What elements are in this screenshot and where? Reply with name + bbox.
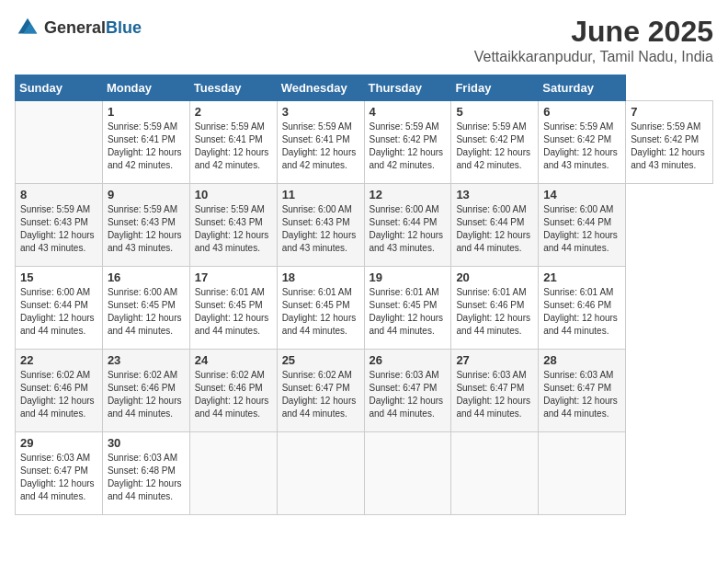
daylight-text: Daylight: 12 hours and 44 minutes. [20, 313, 95, 336]
day-number: 29 [20, 436, 97, 450]
sunset-text: Sunset: 6:46 PM [108, 383, 176, 393]
week-row-3: 15Sunrise: 6:00 AMSunset: 6:44 PMDayligh… [16, 267, 713, 350]
calendar-cell: 11Sunrise: 6:00 AMSunset: 6:43 PMDayligh… [277, 184, 364, 267]
calendar-cell: 16Sunrise: 6:00 AMSunset: 6:45 PMDayligh… [102, 267, 189, 350]
day-info: Sunrise: 5:59 AMSunset: 6:42 PMDaylight:… [456, 121, 533, 172]
sunset-text: Sunset: 6:43 PM [282, 217, 350, 227]
daylight-text: Daylight: 12 hours and 43 minutes. [195, 230, 269, 253]
sunrise-text: Sunrise: 5:59 AM [370, 121, 439, 132]
sunset-text: Sunset: 6:47 PM [20, 465, 88, 476]
daylight-text: Daylight: 12 hours and 44 minutes. [20, 396, 95, 419]
sunset-text: Sunset: 6:44 PM [543, 217, 611, 227]
daylight-text: Daylight: 12 hours and 42 minutes. [195, 147, 269, 170]
column-header-thursday: Thursday [364, 75, 451, 101]
calendar-cell: 18Sunrise: 6:01 AMSunset: 6:45 PMDayligh… [277, 267, 364, 350]
sunset-text: Sunset: 6:45 PM [195, 300, 263, 310]
calendar-cell: 22Sunrise: 6:02 AMSunset: 6:46 PMDayligh… [16, 350, 103, 432]
sunrise-text: Sunrise: 6:03 AM [370, 370, 439, 380]
calendar-cell: 12Sunrise: 6:00 AMSunset: 6:44 PMDayligh… [364, 184, 451, 267]
sunset-text: Sunset: 6:41 PM [108, 134, 176, 144]
day-info: Sunrise: 6:01 AMSunset: 6:45 PMDaylight:… [282, 286, 359, 338]
day-info: Sunrise: 6:01 AMSunset: 6:46 PMDaylight:… [543, 286, 620, 338]
day-info: Sunrise: 6:03 AMSunset: 6:47 PMDaylight:… [20, 452, 97, 503]
calendar-cell: 24Sunrise: 6:02 AMSunset: 6:46 PMDayligh… [189, 350, 277, 432]
day-number: 28 [543, 353, 620, 367]
sunset-text: Sunset: 6:44 PM [456, 217, 524, 227]
sunrise-text: Sunrise: 5:59 AM [195, 121, 265, 132]
sunrise-text: Sunrise: 6:03 AM [108, 453, 177, 463]
daylight-text: Daylight: 12 hours and 43 minutes. [631, 147, 705, 170]
day-number: 14 [543, 188, 620, 201]
week-row-4: 22Sunrise: 6:02 AMSunset: 6:46 PMDayligh… [16, 350, 713, 432]
calendar-cell [16, 101, 103, 184]
sunset-text: Sunset: 6:42 PM [370, 134, 438, 144]
sunrise-text: Sunrise: 5:59 AM [20, 204, 90, 214]
day-info: Sunrise: 5:59 AMSunset: 6:43 PMDaylight:… [20, 203, 97, 255]
day-info: Sunrise: 6:03 AMSunset: 6:47 PMDaylight:… [370, 369, 447, 420]
sunset-text: Sunset: 6:43 PM [195, 217, 263, 227]
day-number: 23 [108, 353, 185, 367]
day-number: 8 [20, 188, 97, 201]
sunset-text: Sunset: 6:47 PM [282, 383, 350, 393]
daylight-text: Daylight: 12 hours and 44 minutes. [108, 396, 182, 419]
sunrise-text: Sunrise: 6:02 AM [20, 370, 90, 380]
daylight-text: Daylight: 12 hours and 43 minutes. [370, 230, 444, 253]
day-number: 27 [456, 353, 533, 367]
daylight-text: Daylight: 12 hours and 44 minutes. [370, 396, 444, 419]
sunrise-text: Sunrise: 6:01 AM [456, 287, 526, 297]
day-info: Sunrise: 6:02 AMSunset: 6:46 PMDaylight:… [108, 369, 185, 420]
calendar-cell: 29Sunrise: 6:03 AMSunset: 6:47 PMDayligh… [16, 432, 103, 515]
sunset-text: Sunset: 6:42 PM [543, 134, 611, 144]
day-number: 18 [282, 270, 359, 284]
sunrise-text: Sunrise: 6:00 AM [108, 287, 177, 297]
sunrise-text: Sunrise: 6:00 AM [543, 204, 613, 214]
day-number: 3 [282, 105, 359, 119]
page-title: June 2025 [474, 15, 713, 49]
calendar-cell: 19Sunrise: 6:01 AMSunset: 6:45 PMDayligh… [364, 267, 451, 350]
daylight-text: Daylight: 12 hours and 44 minutes. [543, 230, 618, 253]
calendar-cell: 14Sunrise: 6:00 AMSunset: 6:44 PMDayligh… [539, 184, 626, 267]
day-number: 30 [108, 436, 185, 450]
day-number: 6 [543, 105, 620, 119]
day-number: 5 [456, 105, 533, 119]
sunrise-text: Sunrise: 6:00 AM [370, 204, 439, 214]
sunset-text: Sunset: 6:42 PM [631, 134, 699, 144]
daylight-text: Daylight: 12 hours and 44 minutes. [20, 478, 95, 501]
calendar-cell: 5Sunrise: 5:59 AMSunset: 6:42 PMDaylight… [451, 101, 539, 184]
sunrise-text: Sunrise: 5:59 AM [282, 121, 352, 132]
calendar-cell: 10Sunrise: 5:59 AMSunset: 6:43 PMDayligh… [189, 184, 277, 267]
daylight-text: Daylight: 12 hours and 44 minutes. [282, 396, 357, 419]
daylight-text: Daylight: 12 hours and 44 minutes. [370, 313, 444, 336]
sunrise-text: Sunrise: 6:00 AM [20, 287, 90, 297]
day-number: 2 [195, 105, 272, 119]
calendar-cell: 17Sunrise: 6:01 AMSunset: 6:45 PMDayligh… [189, 267, 277, 350]
column-header-sunday: Sunday [16, 75, 103, 101]
day-number: 25 [282, 353, 359, 367]
sunrise-text: Sunrise: 6:00 AM [456, 204, 526, 214]
calendar-cell: 25Sunrise: 6:02 AMSunset: 6:47 PMDayligh… [277, 350, 364, 432]
sunset-text: Sunset: 6:42 PM [456, 134, 524, 144]
logo: GeneralBlue [15, 15, 142, 40]
daylight-text: Daylight: 12 hours and 44 minutes. [456, 230, 530, 253]
daylight-text: Daylight: 12 hours and 42 minutes. [456, 147, 530, 170]
calendar-table: SundayMondayTuesdayWednesdayThursdayFrid… [15, 75, 713, 515]
sunrise-text: Sunrise: 5:59 AM [195, 204, 265, 214]
day-number: 20 [456, 270, 533, 284]
header: GeneralBlue June 2025 Vettaikkaranpudur,… [15, 15, 713, 65]
day-info: Sunrise: 6:02 AMSunset: 6:47 PMDaylight:… [282, 369, 359, 420]
logo-text: GeneralBlue [44, 18, 142, 38]
day-info: Sunrise: 5:59 AMSunset: 6:42 PMDaylight:… [631, 121, 708, 172]
sunrise-text: Sunrise: 6:01 AM [543, 287, 613, 297]
day-number: 12 [370, 188, 447, 201]
page-subtitle: Vettaikkaranpudur, Tamil Nadu, India [474, 49, 713, 65]
day-number: 9 [108, 188, 185, 201]
sunset-text: Sunset: 6:47 PM [370, 383, 438, 393]
calendar-cell: 8Sunrise: 5:59 AMSunset: 6:43 PMDaylight… [16, 184, 103, 267]
sunrise-text: Sunrise: 6:00 AM [282, 204, 352, 214]
sunrise-text: Sunrise: 6:03 AM [543, 370, 613, 380]
day-number: 4 [370, 105, 447, 119]
week-row-1: 1Sunrise: 5:59 AMSunset: 6:41 PMDaylight… [16, 101, 713, 184]
day-number: 7 [631, 105, 708, 119]
sunset-text: Sunset: 6:47 PM [456, 383, 524, 393]
day-number: 22 [20, 353, 97, 367]
